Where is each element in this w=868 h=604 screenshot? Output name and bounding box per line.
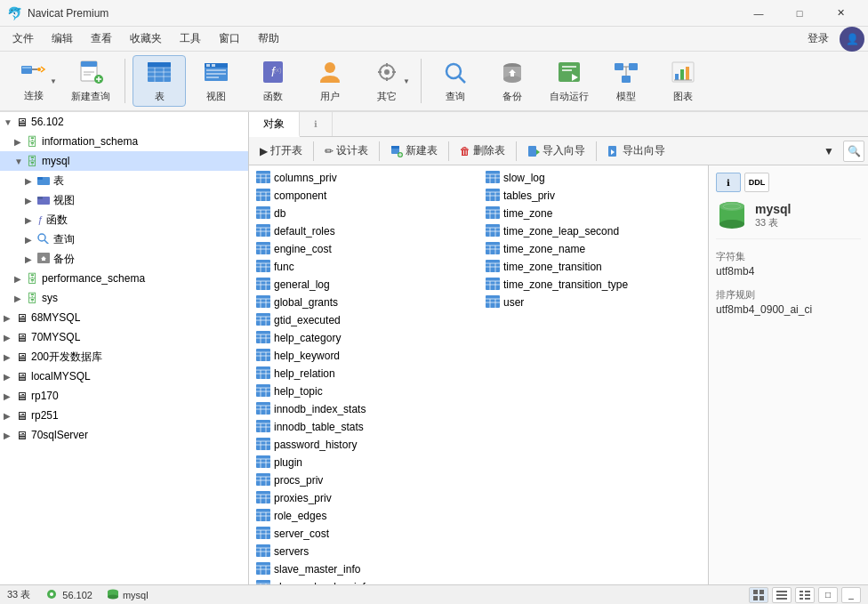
list-item[interactable] <box>478 560 708 578</box>
list-item[interactable]: tables_priv <box>478 187 708 205</box>
list-item[interactable]: servers <box>249 543 478 560</box>
sidebar-item-sys[interactable]: ▶ 🗄 sys <box>0 288 248 308</box>
tb-model[interactable]: 模型 <box>599 55 653 107</box>
sidebar-item-mysql[interactable]: ▼ 🗄 mysql <box>0 151 248 171</box>
list-item[interactable]: time_zone_transition <box>478 258 708 276</box>
list-item[interactable]: innodb_table_stats <box>249 418 478 436</box>
sidebar-item-information-schema[interactable]: ▶ 🗄 information_schema <box>0 132 248 151</box>
menu-window[interactable]: 窗口 <box>210 28 249 50</box>
list-item[interactable] <box>478 471 708 489</box>
menu-favorites[interactable]: 收藏夹 <box>121 28 171 50</box>
list-item[interactable] <box>478 489 708 507</box>
btn-more-actions[interactable]: ▼ <box>818 143 840 159</box>
sidebar-item-rp251[interactable]: ▶ 🖥 rp251 <box>0 406 248 425</box>
menu-view[interactable]: 查看 <box>82 28 121 50</box>
list-item[interactable]: help_category <box>249 329 478 347</box>
tb-query[interactable]: 查询 <box>429 55 482 107</box>
list-item[interactable]: slave_relay_log_info <box>249 578 478 584</box>
btn-new-table[interactable]: 新建表 <box>383 141 445 161</box>
list-item[interactable]: general_log <box>249 276 478 294</box>
list-item[interactable]: time_zone_name <box>478 240 708 258</box>
tab-info[interactable]: ℹ <box>300 112 333 136</box>
sidebar-item-tables-folder[interactable]: ▶ 表 <box>0 171 248 190</box>
menu-edit[interactable]: 编辑 <box>43 28 82 50</box>
list-item[interactable]: help_topic <box>249 383 478 400</box>
info-tab-ddl[interactable]: DDL <box>744 173 769 192</box>
sidebar-item-views-folder[interactable]: ▶ 视图 <box>0 190 248 210</box>
list-item[interactable]: help_keyword <box>249 347 478 365</box>
list-item[interactable]: engine_cost <box>249 240 478 258</box>
login-button[interactable]: 登录 <box>797 28 840 50</box>
list-item[interactable]: password_history <box>249 436 478 454</box>
list-item[interactable]: time_zone <box>478 205 708 222</box>
tb-other[interactable]: 其它 ▼ <box>360 55 414 107</box>
list-item[interactable]: columns_priv <box>249 169 478 187</box>
list-item[interactable] <box>478 383 708 400</box>
list-item[interactable]: help_relation <box>249 365 478 383</box>
list-item[interactable]: db <box>249 205 478 222</box>
sidebar-item-70mysql[interactable]: ▶ 🖥 70MYSQL <box>0 327 248 347</box>
list-item[interactable] <box>478 525 708 543</box>
btn-import[interactable]: 导入向导 <box>520 141 592 161</box>
maximize-button[interactable]: □ <box>779 0 820 27</box>
sidebar-item-queries-folder[interactable]: ▶ 查询 <box>0 230 248 249</box>
list-item[interactable] <box>478 543 708 560</box>
list-item[interactable]: time_zone_transition_type <box>478 276 708 294</box>
info-tab-info[interactable]: ℹ <box>716 173 741 192</box>
sidebar-item-functions-folder[interactable]: ▶ ƒ 函数 <box>0 210 248 230</box>
list-item[interactable] <box>478 311 708 329</box>
list-item[interactable]: func <box>249 258 478 276</box>
list-item[interactable] <box>478 418 708 436</box>
btn-export[interactable]: 导出向导 <box>600 141 672 161</box>
tb-new-query[interactable]: 新建查询 <box>64 55 117 107</box>
list-item[interactable]: default_roles <box>249 222 478 240</box>
menu-help[interactable]: 帮助 <box>249 28 288 50</box>
list-item[interactable]: innodb_index_stats <box>249 400 478 418</box>
list-item[interactable] <box>478 436 708 454</box>
tb-function[interactable]: f (x) 函数 <box>246 55 300 107</box>
avatar[interactable]: 👤 <box>840 27 864 52</box>
sidebar-item-200devdb[interactable]: ▶ 🖥 200开发数据库 <box>0 347 248 366</box>
list-item[interactable]: slow_log <box>478 169 708 187</box>
menu-tools[interactable]: 工具 <box>171 28 210 50</box>
btn-search[interactable]: 🔍 <box>843 141 864 162</box>
sidebar-item-rp170[interactable]: ▶ 🖥 rp170 <box>0 386 248 406</box>
list-item[interactable]: plugin <box>249 454 478 471</box>
view-grid-btn[interactable] <box>749 587 768 603</box>
list-item[interactable]: component <box>249 187 478 205</box>
tb-backup[interactable]: 备份 <box>486 55 539 107</box>
menu-file[interactable]: 文件 <box>4 28 43 50</box>
tb-view[interactable]: 视图 <box>189 55 243 107</box>
tb-chart[interactable]: 图表 <box>656 55 710 107</box>
list-item[interactable]: global_grants <box>249 294 478 311</box>
minimize-button[interactable]: — <box>738 0 779 27</box>
list-item[interactable]: time_zone_leap_second <box>478 222 708 240</box>
list-item[interactable]: gtid_executed <box>249 311 478 329</box>
list-item[interactable]: server_cost <box>249 525 478 543</box>
btn-open-table[interactable]: ▶ 打开表 <box>253 141 309 161</box>
sidebar-item-68mysql[interactable]: ▶ 🖥 68MYSQL <box>0 308 248 327</box>
expand-btn[interactable]: □ <box>818 587 838 603</box>
list-item[interactable]: user <box>478 294 708 311</box>
tb-user[interactable]: 用户 <box>303 55 357 107</box>
list-item[interactable] <box>478 329 708 347</box>
btn-delete-table[interactable]: 🗑 删除表 <box>453 141 512 161</box>
list-item[interactable]: slave_master_info <box>249 560 478 578</box>
sidebar-item-localmysql[interactable]: ▶ 🖥 localMYSQL <box>0 366 248 386</box>
list-item[interactable] <box>478 365 708 383</box>
tb-connect[interactable]: 连接 ▼ <box>7 55 60 107</box>
list-item[interactable]: role_edges <box>249 507 478 525</box>
btn-design-table[interactable]: ✏ 设计表 <box>317 141 375 161</box>
collapse-btn[interactable]: _ <box>841 587 861 603</box>
tb-autorun[interactable]: 自动运行 <box>542 55 596 107</box>
sidebar-item-70sqlserver[interactable]: ▶ 🖥 70sqlServer <box>0 425 248 445</box>
sidebar-item-backup-folder[interactable]: ▶ 备份 <box>0 249 248 269</box>
tab-objects[interactable]: 对象 <box>249 112 300 137</box>
list-item[interactable] <box>478 578 708 584</box>
sidebar-item-56102[interactable]: ▼ 🖥 56.102 <box>0 112 248 132</box>
list-item[interactable] <box>478 347 708 365</box>
view-list-btn[interactable] <box>772 587 792 603</box>
list-item[interactable] <box>478 507 708 525</box>
sidebar-item-performance-schema[interactable]: ▶ 🗄 performance_schema <box>0 269 248 288</box>
list-item[interactable] <box>478 454 708 471</box>
